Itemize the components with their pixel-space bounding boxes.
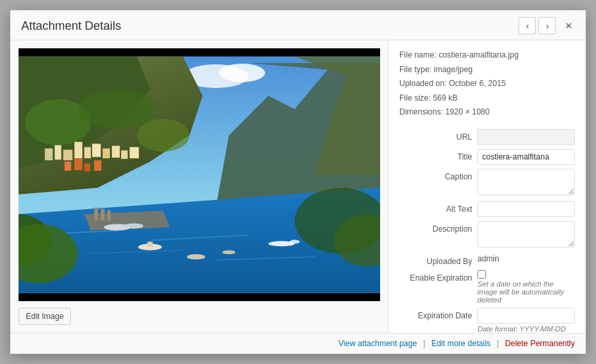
- svg-rect-33: [148, 242, 153, 247]
- expiration-hint: Set a date on which the image will be au…: [477, 280, 575, 304]
- title-row: Title: [399, 149, 575, 165]
- svg-rect-37: [94, 208, 98, 221]
- footer-separator-2: |: [497, 339, 499, 348]
- svg-point-11: [77, 89, 156, 129]
- edit-image-button[interactable]: Edit Image: [19, 308, 71, 325]
- file-meta-section: File name: costiera-amalfitana.jpg File …: [399, 48, 575, 120]
- uploaded-on-label: Uploaded on:: [399, 79, 446, 88]
- url-label: URL: [399, 129, 472, 142]
- date-format-hint: Date format: YYYY-MM-DD: [477, 325, 575, 333]
- file-size-row: File size: 569 kB: [399, 91, 575, 106]
- svg-rect-25: [84, 163, 90, 171]
- svg-point-47: [289, 240, 300, 244]
- prev-button[interactable]: ‹: [519, 17, 536, 34]
- next-button[interactable]: ›: [538, 17, 556, 34]
- delete-permanently-link[interactable]: Delete Permanently: [505, 339, 575, 348]
- details-panel: File name: costiera-amalfitana.jpg File …: [388, 40, 585, 333]
- dimensions-label: Dimensions:: [399, 107, 443, 116]
- alt-text-label: Alt Text: [399, 201, 472, 214]
- file-type-value: image/jpeg: [434, 65, 473, 74]
- svg-rect-14: [55, 145, 62, 159]
- svg-rect-15: [64, 150, 73, 160]
- description-control: [477, 221, 575, 250]
- expiration-date-input[interactable]: [477, 308, 575, 324]
- file-name-row: File name: costiera-amalfitana.jpg: [399, 48, 575, 63]
- uploaded-by-label: Uploaded By: [399, 253, 472, 266]
- expiration-date-row: Expiration Date Date format: YYYY-MM-DD: [399, 308, 575, 333]
- url-row: URL: [399, 129, 575, 145]
- uploaded-on-value: October 6, 2015: [449, 79, 506, 88]
- image-panel: Edit Image: [11, 40, 388, 333]
- title-control: [477, 149, 575, 165]
- svg-point-5: [219, 64, 265, 82]
- svg-rect-16: [74, 142, 82, 158]
- file-size-label: File size:: [399, 93, 430, 103]
- svg-rect-39: [107, 210, 111, 221]
- caption-label: Caption: [399, 169, 472, 181]
- footer-separator-1: |: [423, 339, 425, 348]
- enable-expiration-checkbox[interactable]: [477, 270, 486, 279]
- dialog-body: Edit Image File name: costiera-amalfitan…: [11, 40, 585, 333]
- svg-point-35: [223, 250, 236, 254]
- enable-expiration-control: Set a date on which the image will be au…: [477, 270, 575, 304]
- svg-rect-26: [94, 160, 101, 171]
- view-attachment-link[interactable]: View attachment page: [338, 339, 417, 348]
- alt-text-control: [477, 201, 575, 217]
- title-label: Title: [399, 149, 472, 161]
- file-name-label: File name:: [399, 50, 436, 60]
- description-textarea[interactable]: [477, 221, 575, 248]
- svg-rect-17: [84, 147, 91, 158]
- uploaded-by-row: Uploaded By admin: [399, 253, 575, 266]
- dialog-title: Attachment Details: [21, 19, 121, 33]
- caption-row: Caption: [399, 169, 575, 197]
- close-button[interactable]: ×: [562, 19, 575, 33]
- svg-point-41: [124, 223, 144, 228]
- file-type-label: File type:: [399, 65, 432, 74]
- svg-rect-20: [112, 146, 120, 158]
- svg-rect-13: [45, 148, 53, 160]
- file-name-value: costiera-amalfitana.jpg: [438, 50, 519, 60]
- title-input[interactable]: [477, 149, 575, 165]
- enable-expiration-label: Enable Expiration: [399, 270, 472, 283]
- dimensions-value: 1920 × 1080: [445, 107, 489, 116]
- description-label: Description: [399, 221, 472, 234]
- dimensions-row: Dimensions: 1920 × 1080: [399, 105, 575, 120]
- edit-more-details-link[interactable]: Edit more details: [431, 339, 490, 348]
- alt-text-input[interactable]: [477, 201, 575, 217]
- amalfi-image: [19, 48, 380, 301]
- image-container: [19, 48, 380, 301]
- caption-control: [477, 169, 575, 197]
- attachment-details-dialog: Attachment Details ‹ › ×: [10, 10, 586, 354]
- file-type-row: File type: image/jpeg: [399, 63, 575, 77]
- caption-textarea[interactable]: [477, 169, 575, 195]
- dialog-footer: View attachment page | Edit more details…: [11, 333, 585, 353]
- description-row: Description: [399, 221, 575, 250]
- url-input[interactable]: [477, 129, 575, 145]
- expiration-date-control: Date format: YYYY-MM-DD: [477, 308, 575, 333]
- alt-text-row: Alt Text: [399, 201, 575, 217]
- url-control: [477, 129, 575, 145]
- svg-point-34: [187, 254, 205, 259]
- form-section: URL Title Caption: [399, 129, 575, 333]
- uploaded-by-control: admin: [477, 253, 575, 263]
- uploaded-by-value: admin: [477, 251, 499, 263]
- dialog-header: Attachment Details ‹ › ×: [11, 11, 585, 40]
- svg-point-12: [137, 119, 189, 152]
- uploaded-on-row: Uploaded on: October 6, 2015: [399, 77, 575, 91]
- svg-rect-22: [130, 147, 139, 158]
- svg-rect-18: [92, 144, 101, 157]
- file-size-value: 569 kB: [433, 93, 458, 103]
- svg-rect-23: [64, 161, 71, 171]
- header-nav: ‹ › ×: [519, 17, 575, 34]
- svg-rect-19: [103, 148, 110, 158]
- svg-rect-38: [101, 209, 105, 221]
- svg-rect-24: [74, 158, 82, 170]
- checkbox-row: [477, 270, 575, 279]
- enable-expiration-row: Enable Expiration Set a date on which th…: [399, 270, 575, 304]
- svg-rect-21: [121, 150, 128, 159]
- expiration-date-label: Expiration Date: [399, 308, 472, 320]
